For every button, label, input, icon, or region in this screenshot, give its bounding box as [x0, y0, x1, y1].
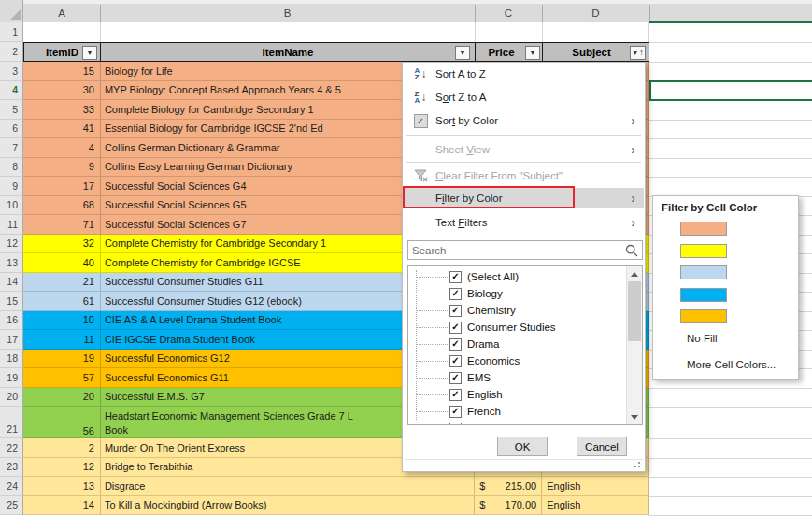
- cell-itemid[interactable]: 15: [23, 62, 100, 80]
- cell-itemid[interactable]: 14: [23, 496, 100, 515]
- cell-itemid[interactable]: 32: [23, 235, 100, 253]
- cell-itemid[interactable]: 17: [23, 177, 100, 195]
- cell-color-swatch[interactable]: [680, 288, 727, 302]
- row-number-3[interactable]: 3: [0, 62, 23, 81]
- filter-checkbox-item[interactable]: ✓(Select All): [408, 268, 519, 285]
- itemid-filter-button[interactable]: ▼: [82, 46, 97, 60]
- cell-itemid[interactable]: 40: [23, 253, 100, 272]
- cell-itemid[interactable]: 68: [23, 196, 100, 215]
- cell-itemid[interactable]: 9: [23, 158, 100, 177]
- cell-color-swatch[interactable]: [680, 309, 727, 323]
- cell-itemid[interactable]: 20: [23, 388, 100, 407]
- subject-filter-sort-button[interactable]: ▼↑: [630, 46, 646, 60]
- checkbox-icon[interactable]: ✓: [449, 288, 462, 300]
- row-number-16[interactable]: 16: [0, 311, 23, 331]
- column-letter-B[interactable]: B: [100, 4, 475, 22]
- cell-itemid[interactable]: 13: [23, 477, 100, 495]
- cell-color-swatch[interactable]: [680, 244, 727, 258]
- ok-button[interactable]: OK: [497, 437, 548, 456]
- cell-itemid[interactable]: 56: [23, 407, 100, 437]
- column-letter-D[interactable]: D: [542, 4, 649, 22]
- no-fill-option[interactable]: No Fill: [687, 333, 718, 344]
- itemname-filter-button[interactable]: ▼: [455, 46, 470, 60]
- cell-itemid[interactable]: 19: [23, 350, 100, 368]
- cell-itemid[interactable]: 30: [23, 81, 100, 100]
- search-input[interactable]: [408, 244, 625, 257]
- row-number-2[interactable]: 2: [0, 42, 23, 62]
- row-number-9[interactable]: 9: [0, 177, 23, 196]
- scroll-down-icon[interactable]: [627, 409, 642, 424]
- scrollbar-thumb[interactable]: [628, 281, 641, 341]
- cell-itemid[interactable]: 4: [23, 138, 100, 157]
- filter-checkbox-item[interactable]: ✓Economics: [408, 352, 520, 369]
- filter-checkbox-item[interactable]: ✓Chemistry: [408, 302, 516, 319]
- row-number-15[interactable]: 15: [0, 292, 23, 311]
- filter-checkbox-item[interactable]: ✓Consumer Studies: [408, 319, 556, 336]
- cell-color-swatch[interactable]: [680, 222, 727, 236]
- checkbox-icon[interactable]: ✓: [449, 271, 462, 283]
- row-number-7[interactable]: 7: [0, 138, 23, 158]
- row-number-21[interactable]: 21: [0, 407, 23, 438]
- row-number-8[interactable]: 8: [0, 158, 23, 178]
- cell-itemid[interactable]: 12: [23, 458, 100, 477]
- checkbox-icon[interactable]: ✓: [449, 338, 462, 351]
- menu-item-text-filters[interactable]: Text Filters›: [404, 211, 644, 233]
- column-letter-A[interactable]: A: [23, 4, 100, 22]
- row-number-18[interactable]: 18: [0, 350, 23, 369]
- cell-color-swatch[interactable]: [680, 265, 727, 280]
- cell-price[interactable]: $215.00: [474, 477, 541, 495]
- row-number-25[interactable]: 25: [0, 496, 23, 516]
- more-cell-colors-option[interactable]: More Cell Colors...: [687, 359, 776, 370]
- cell-itemname[interactable]: To Kill a Mockingbird (Arrow Books): [100, 496, 474, 515]
- row-number-23[interactable]: 23: [0, 458, 23, 478]
- column-letter-C[interactable]: C: [475, 4, 542, 22]
- menu-item-sort-a-to-z[interactable]: Sort A to ZAZ↓: [404, 63, 644, 85]
- menu-resize-strip[interactable]: [404, 459, 644, 470]
- filter-checkbox-item[interactable]: ✓English: [408, 386, 503, 403]
- cell-itemid[interactable]: 71: [23, 215, 100, 234]
- row-number-1[interactable]: 1: [0, 22, 23, 42]
- cell-itemid[interactable]: 10: [23, 311, 100, 330]
- header-cell-price[interactable]: Price ▼: [475, 42, 542, 62]
- scroll-up-icon[interactable]: [627, 266, 642, 281]
- row-number-13[interactable]: 13: [0, 253, 23, 273]
- cell-subject[interactable]: English: [541, 496, 648, 515]
- header-cell-itemname[interactable]: ItemName ▼: [100, 42, 475, 62]
- row-number-17[interactable]: 17: [0, 330, 23, 350]
- row-number-11[interactable]: 11: [0, 215, 23, 235]
- filter-checkbox-item[interactable]: ✓Biology: [408, 285, 503, 302]
- cell-itemid[interactable]: 33: [23, 100, 100, 119]
- filter-checkbox-item[interactable]: ✓Drama: [408, 336, 500, 352]
- checkbox-icon[interactable]: ✓: [449, 322, 462, 334]
- cell-itemid[interactable]: 41: [23, 120, 100, 138]
- cell-subject[interactable]: English: [541, 477, 648, 495]
- column-letter-E[interactable]: [649, 4, 812, 22]
- header-cell-subject[interactable]: Subject ▼↑: [542, 42, 649, 62]
- row-number-20[interactable]: 20: [0, 388, 23, 408]
- row-number-22[interactable]: 22: [0, 438, 23, 458]
- menu-item-sort-by-color[interactable]: Sort by Color✓›: [404, 108, 644, 133]
- row-number-6[interactable]: 6: [0, 120, 23, 139]
- price-filter-button[interactable]: ▼: [525, 46, 540, 60]
- checkbox-icon[interactable]: ✓: [449, 372, 462, 384]
- filter-checkbox-item[interactable]: ✓EMS: [408, 369, 491, 386]
- checkbox-icon[interactable]: ✓: [449, 355, 462, 367]
- cell-itemid[interactable]: 21: [23, 273, 100, 292]
- checkbox-icon[interactable]: ✓: [449, 389, 462, 401]
- checkbox-icon[interactable]: ✓: [449, 305, 462, 317]
- header-cell-itemid[interactable]: ItemID ▼: [23, 42, 100, 62]
- select-all-corner[interactable]: [0, 0, 23, 22]
- cell-itemid[interactable]: 2: [23, 438, 100, 457]
- row-number-5[interactable]: 5: [0, 100, 23, 120]
- row-number-4[interactable]: 4: [0, 81, 23, 101]
- filter-checkbox-item[interactable]: ✓French: [408, 403, 501, 420]
- list-scrollbar[interactable]: [626, 266, 642, 424]
- row-number-12[interactable]: 12: [0, 235, 23, 254]
- row-number-24[interactable]: 24: [0, 477, 23, 496]
- menu-item-sort-z-to-a[interactable]: Sort Z to AZA↓: [404, 85, 644, 108]
- checkbox-icon[interactable]: ✓: [449, 406, 462, 418]
- row-number-14[interactable]: 14: [0, 273, 23, 293]
- row-number-10[interactable]: 10: [0, 196, 23, 216]
- cell-price[interactable]: $170.00: [474, 496, 541, 515]
- cell-itemid[interactable]: 61: [23, 292, 100, 310]
